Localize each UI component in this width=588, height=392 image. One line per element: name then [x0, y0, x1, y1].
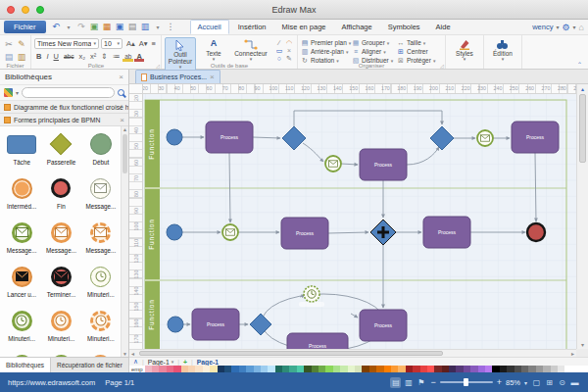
font-row1-button-0[interactable]: A▴: [124, 38, 137, 49]
library-close-icon[interactable]: ×: [119, 73, 123, 81]
library-shape-msg-plain[interactable]: Message...: [81, 173, 121, 218]
tab-affichage[interactable]: Affichage: [335, 21, 379, 33]
color-swatch[interactable]: [275, 366, 282, 372]
library-search-input[interactable]: [22, 87, 115, 98]
library-picker-caret-icon[interactable]: ▾: [16, 89, 19, 96]
color-swatch[interactable]: [231, 366, 238, 372]
zoom-out-button[interactable]: −: [430, 377, 435, 387]
font-name-select[interactable]: Times New Roman: [34, 38, 99, 49]
home-icon[interactable]: [579, 23, 584, 32]
font-row1-button-2[interactable]: ≡: [150, 38, 158, 49]
flag-icon[interactable]: [416, 377, 426, 388]
library-shape-esc-green[interactable]: [2, 350, 41, 357]
arrange-dialog-launcher-icon[interactable]: ◿: [440, 63, 444, 69]
color-swatch[interactable]: [348, 366, 355, 372]
library-section-close-icon[interactable]: ×: [120, 116, 124, 124]
zoom-level[interactable]: 85%: [506, 378, 520, 387]
size-button[interactable]: Taille▾: [397, 38, 442, 47]
color-swatch[interactable]: [318, 366, 325, 372]
styles-button[interactable]: Styles ▾: [449, 37, 480, 63]
page-tab-active[interactable]: Page-1: [197, 359, 219, 366]
status-url[interactable]: https://www.edrawsoft.com: [8, 378, 95, 387]
fit-window-icon[interactable]: [544, 377, 555, 388]
library-shape-end[interactable]: Fin: [41, 173, 80, 218]
library-section-flowchart[interactable]: Diagramme de flux fonctionnel croisé hor…: [0, 101, 128, 114]
center-button[interactable]: Centrer: [397, 47, 442, 56]
format-painter-icon[interactable]: [16, 38, 27, 50]
color-swatch[interactable]: [282, 366, 289, 372]
color-swatch[interactable]: [333, 366, 340, 372]
color-swatch[interactable]: [442, 366, 449, 372]
search-icon[interactable]: [118, 89, 124, 96]
library-shape-esc-green[interactable]: [41, 350, 80, 357]
fullscreen-icon[interactable]: [531, 377, 542, 388]
color-swatch[interactable]: [167, 366, 173, 372]
color-swatch[interactable]: [261, 366, 268, 372]
library-shape-timer-plain[interactable]: Minuteri...: [81, 262, 121, 306]
color-swatch[interactable]: [355, 366, 362, 372]
document-tab[interactable]: Business Proces... ×: [135, 70, 220, 83]
color-swatch[interactable]: [239, 366, 246, 372]
book-mode-icon[interactable]: [403, 377, 414, 388]
color-swatch[interactable]: [478, 366, 485, 372]
send-back-button[interactable]: Arrière-plan▾: [301, 47, 352, 56]
library-shape-timer-orange[interactable]: Minuteri...: [41, 306, 80, 350]
color-swatch[interactable]: [420, 366, 427, 372]
library-section-bpmn[interactable]: Formes principales de BPMN ×: [0, 114, 128, 126]
color-swatch[interactable]: [181, 366, 188, 372]
rect-tool-icon[interactable]: [274, 47, 284, 55]
color-swatch[interactable]: [312, 366, 318, 372]
font-row2-button-7[interactable]: ≔: [111, 51, 122, 62]
cut-icon[interactable]: [3, 38, 15, 50]
tab-aide[interactable]: Aide: [429, 21, 458, 33]
drawing-viewport[interactable]: FunctionFunctionFunctionProcessProcessPr…: [143, 94, 576, 349]
color-swatch[interactable]: [297, 366, 304, 372]
color-swatch[interactable]: [218, 366, 224, 372]
gear-icon[interactable]: [562, 23, 569, 32]
color-swatch[interactable]: [543, 366, 550, 372]
font-row2-button-9[interactable]: A: [134, 51, 143, 62]
library-shape-msg-green[interactable]: Message...: [2, 218, 41, 262]
library-shape-intermediate[interactable]: Interméd...: [2, 173, 41, 218]
color-swatch[interactable]: [449, 366, 456, 372]
edition-button[interactable]: Édition ▾: [487, 37, 518, 63]
color-swatch[interactable]: [528, 366, 535, 372]
color-swatch[interactable]: [406, 366, 413, 372]
scroll-right-icon[interactable]: ▸: [571, 350, 574, 357]
library-shape-msg-orange[interactable]: Message...: [41, 218, 80, 262]
group-button[interactable]: Grouper▾: [352, 38, 397, 47]
collapse-pagebar-icon[interactable]: ∧: [133, 358, 138, 366]
more-icon[interactable]: [166, 22, 176, 32]
user-caret-icon[interactable]: ▾: [556, 24, 559, 30]
color-swatch[interactable]: [304, 366, 311, 372]
pen-tool-icon[interactable]: [284, 55, 294, 63]
library-scrollbar[interactable]: ▲ ▼: [121, 126, 128, 357]
arc-tool-icon[interactable]: [284, 39, 294, 47]
color-swatch[interactable]: [427, 366, 434, 372]
new-from-template-icon[interactable]: [89, 22, 100, 32]
library-shape-msg-end[interactable]: Terminer...: [41, 262, 80, 306]
tab-ins-rtion[interactable]: Insértion: [231, 21, 273, 33]
align-button[interactable]: Aligner▾: [352, 47, 397, 56]
gear-caret-icon[interactable]: ▾: [573, 24, 576, 30]
color-swatch[interactable]: [188, 366, 195, 372]
color-swatch[interactable]: [195, 366, 202, 372]
color-swatch[interactable]: [203, 366, 210, 372]
collapse-ribbon-icon[interactable]: ⌃: [577, 61, 582, 68]
tab-mise-en-page[interactable]: Mise en page: [274, 21, 332, 33]
paste-special-icon[interactable]: [16, 51, 27, 63]
page-selector[interactable]: Page-1: [148, 359, 173, 366]
vertical-scrollbar[interactable]: ▴ ▾: [576, 84, 588, 349]
color-swatch[interactable]: [145, 366, 152, 372]
color-swatch[interactable]: [464, 366, 470, 372]
library-shape-timer-green[interactable]: Minuteri...: [2, 306, 41, 350]
scroll-up-icon[interactable]: ▲: [122, 126, 128, 132]
paste-icon[interactable]: [3, 51, 15, 63]
font-row2-button-1[interactable]: I: [44, 51, 50, 62]
font-row1-button-1[interactable]: A▾: [137, 38, 150, 49]
color-swatch[interactable]: [485, 366, 492, 372]
font-row2-button-5[interactable]: x²: [88, 51, 98, 62]
font-row2-button-4[interactable]: x₂: [76, 51, 87, 62]
color-swatch[interactable]: [456, 366, 463, 372]
library-shape-timer-orange-dashed[interactable]: Minuteri...: [81, 306, 121, 350]
